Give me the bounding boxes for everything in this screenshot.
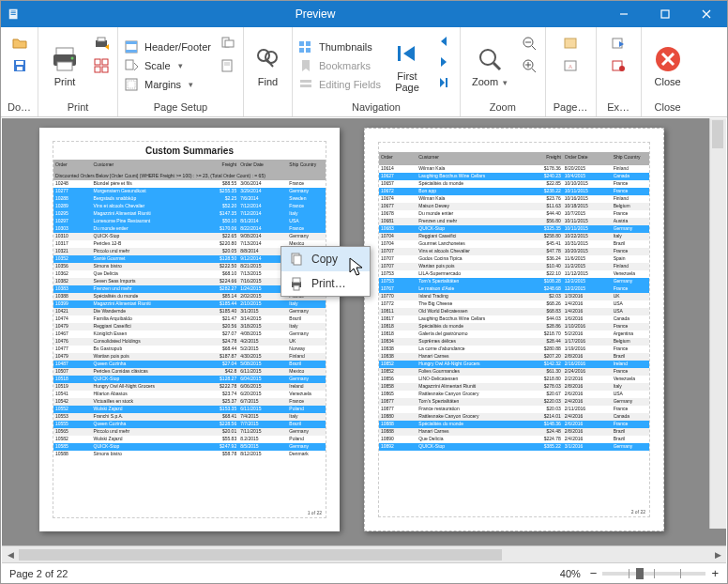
table-row[interactable]: 10541Hilarion Abastos$23.746/20/2015Vene… xyxy=(53,391,326,398)
table-row[interactable]: 10552Wolski Zajazd$153.356/11/2015Poland xyxy=(53,406,326,413)
horizontal-scrollbar[interactable]: ◀ ▶ xyxy=(2,546,726,562)
table-row[interactable]: 10834Suprêmes délices$28.441/17/2016Belg… xyxy=(379,338,649,346)
table-row[interactable]: 10627Laughing Bacchus Wine Cellars$240.2… xyxy=(379,173,649,180)
table-row[interactable]: 10678Du monde entier$44.4010/7/2015Franc… xyxy=(379,210,649,218)
table-row[interactable]: 10519Hungry Owl All-Night Grocers$222.78… xyxy=(53,383,326,391)
watermark-button[interactable]: A xyxy=(560,55,581,76)
table-row[interactable]: 10477Bs Gastropub$68.445/2/2015Norway xyxy=(53,346,326,353)
zoom-out-icon[interactable]: − xyxy=(590,566,598,580)
table-row[interactable]: 10838Hanari Carnes$207.202/8/2016Brazil xyxy=(379,353,649,361)
zoom-button[interactable]: Zoom ▾ xyxy=(466,40,513,91)
margins-button[interactable]: Margins▾ xyxy=(124,77,211,92)
table-row[interactable]: 10289Vins et alcools Chevalier$52.207/12… xyxy=(53,203,326,210)
save-button[interactable] xyxy=(9,55,30,76)
table-row[interactable]: 10657Spécialités du monde$22.8510/10/201… xyxy=(379,180,649,188)
table-row[interactable]: 10817Laughing Bacchus Wine Cellars$44.03… xyxy=(379,315,649,323)
page-color-button[interactable] xyxy=(560,33,581,54)
quick-print-button[interactable] xyxy=(91,33,112,54)
table-row[interactable]: 10858Magazzini Alimentari Riuniti$278.03… xyxy=(379,383,649,391)
table-row[interactable]: 10674Wilman Kala$23.7610/16/2015Finland xyxy=(379,195,649,203)
table-row[interactable]: 10303Du monde entier$170.068/22/2014Fran… xyxy=(53,225,326,233)
table-row[interactable]: 10704Reggiani Caseifici$258.8010/22/2015… xyxy=(379,233,649,240)
export-pdf-button[interactable] xyxy=(608,55,629,76)
table-row[interactable]: 10399Magazzini Alimentari Riuniti$185.44… xyxy=(53,300,326,308)
next-page-button[interactable] xyxy=(433,55,454,76)
table-row[interactable]: 10856LINO-Delicatessen$218.802/2/2016Ven… xyxy=(379,376,649,383)
find-button[interactable]: Find xyxy=(247,40,288,91)
scroll-left-button[interactable]: ◀ xyxy=(2,546,19,563)
maximize-button[interactable] xyxy=(645,1,686,27)
header-footer-button[interactable]: Header/Footer xyxy=(124,39,211,54)
table-row[interactable]: 10582Wolski Zajazd$55.838.2/2015Poland xyxy=(53,436,326,443)
table-row[interactable]: 10888Spécialités du monde$148.362/6/2016… xyxy=(379,421,649,428)
table-row[interactable]: 10681Frenzen und mehr$56.8010/11/2015Aus… xyxy=(379,218,649,225)
orientation-button[interactable] xyxy=(217,33,237,54)
table-row[interactable]: 10555Queen Cozinha$228.567/7/2015Brazil xyxy=(53,421,326,428)
table-row[interactable]: 10542Victuailles en stock$25.376/7/2015F… xyxy=(53,398,326,406)
thumbnails-button[interactable]: Thumbnails xyxy=(298,39,381,54)
table-row[interactable]: 10614Wilman Kala$178.368/20/2015Finland xyxy=(379,165,649,173)
table-row[interactable]: 10487Queen Cozinha$27.045/08/2015Brazil xyxy=(53,361,326,368)
table-row[interactable]: 10753Tom's Spezialitäten$108.2812/2/2015… xyxy=(379,278,649,285)
zoom-out-button[interactable] xyxy=(519,33,539,54)
size-button[interactable] xyxy=(217,55,237,76)
table-row[interactable]: 10295Magazzini Alimentari Riuniti$147.35… xyxy=(53,210,326,218)
table-row[interactable]: 10588Simons bistro$58.788/12/2015Denmark xyxy=(53,451,326,458)
table-row[interactable]: 10877Tom's Spezialitäten$220.032/4/2016G… xyxy=(379,398,649,406)
close-button[interactable]: Close xyxy=(647,40,689,91)
table-row[interactable]: 10683QUICK-Stop$325.3510/11/2015Germany xyxy=(379,225,649,233)
table-row[interactable]: 10277Morgenstern Gesundkost$255.353/29/2… xyxy=(53,188,326,195)
table-row[interactable]: 10852Folies Gourmandes$61.302/24/2016Fra… xyxy=(379,368,649,376)
table-row[interactable]: 10877France restauration$20.032/11/2016F… xyxy=(379,406,649,413)
close-window-button[interactable] xyxy=(686,1,727,27)
prev-page-button[interactable] xyxy=(433,35,454,55)
print-options-button[interactable] xyxy=(91,55,112,76)
table-row[interactable]: 10865Rattlesnake Canyon Grocery$20.672/6… xyxy=(379,391,649,398)
preview-canvas[interactable]: Custom Summaries Order Customer Freight … xyxy=(2,118,726,546)
table-row[interactable]: 10310QUICK-Stop$22.659/08/2014Germany xyxy=(53,233,326,240)
table-row[interactable]: 10707Wartian pois pois$10.4011/2/2015Fin… xyxy=(379,263,649,270)
table-row[interactable]: 10852Hungry Owl All-Night Grocers$142.32… xyxy=(379,361,649,368)
table-row[interactable]: 10770Island Trading$2.031/3/2016UK xyxy=(379,293,649,300)
table-row[interactable]: 10672Bon app$238.2210/11/2015France xyxy=(379,188,649,195)
table-row[interactable]: 10474Familia Arquibaldo$21.473/14/2015Br… xyxy=(53,315,326,323)
zoom-in-button[interactable] xyxy=(519,55,539,76)
table-row[interactable]: 10707Vins et alcools Chevalier$47.7810/2… xyxy=(379,248,649,255)
table-row[interactable]: 10467Königlich Essen$27.074/08/2015Germa… xyxy=(53,330,326,338)
table-row[interactable]: 10892QUICK-Stop$385.223/1/2016Germany xyxy=(379,443,649,451)
export-button[interactable] xyxy=(608,33,629,54)
scroll-right-button[interactable]: ▶ xyxy=(709,546,726,563)
minimize-button[interactable] xyxy=(603,1,645,27)
table-row[interactable]: 10479Reggiani Caseifici$20.563/18/2015It… xyxy=(53,323,326,330)
table-row[interactable]: 10811Old World Delicatessen$68.831/4/201… xyxy=(379,308,649,315)
table-row[interactable]: 10479Wartian pois pois$187.874/30/2015Fi… xyxy=(53,353,326,361)
first-page-button[interactable]: First Page xyxy=(387,35,428,97)
print-button[interactable]: Print xyxy=(44,40,85,91)
table-row[interactable]: 10476Consolidated Holdings$24.784/2/2015… xyxy=(53,338,326,346)
table-row[interactable]: 10772The Big Cheese$68.261/4/2016USA xyxy=(379,300,649,308)
table-row[interactable]: 10888Hanari Carnes$24.482/8/2016Brazil xyxy=(379,428,649,436)
table-row[interactable]: 10518QUICK-Stop$128.276/04/2015Germany xyxy=(53,376,326,383)
zoom-in-icon[interactable]: + xyxy=(711,566,719,580)
table-row[interactable]: 10677Maison Dewey$11.6310/18/2015Belgium xyxy=(379,203,649,210)
open-button[interactable] xyxy=(9,33,30,54)
table-row[interactable]: 10753LILA-Supermercado$22.1011/12/2015Ve… xyxy=(379,270,649,278)
table-row[interactable]: 10565Piccolo und mehr$20.017/11/2015Germ… xyxy=(53,428,326,436)
vertical-scrollbar[interactable] xyxy=(709,118,726,529)
table-row[interactable]: 10890Que Delícia$224.782/4/2016Brazil xyxy=(379,436,649,443)
table-row[interactable]: 10838La corne d'abondance$280.881/19/201… xyxy=(379,346,649,353)
table-row[interactable]: 10421Die Wandernde$185.403/1/2015Germany xyxy=(53,308,326,315)
page-2[interactable]: Order Customer Freight Order Date Ship C… xyxy=(364,128,664,531)
table-row[interactable]: 10880Rattlesnake Canyon Grocery$214.012/… xyxy=(379,413,649,421)
table-row[interactable]: 10507Pericles Comidas clásicas$42.86/11/… xyxy=(53,368,326,376)
last-page-button[interactable] xyxy=(433,76,454,97)
table-row[interactable]: 10297Lonesome Pine Restaurant$50.108/1/2… xyxy=(53,218,326,225)
zoom-slider[interactable]: − + xyxy=(590,566,719,580)
table-row[interactable]: 10707Godos Cocina Tipica$36.2411/6/2015S… xyxy=(379,255,649,263)
scale-button[interactable]: Scale▾ xyxy=(124,58,211,73)
table-row[interactable]: 10818Spécialités du monde$28.861/10/2016… xyxy=(379,323,649,330)
table-row[interactable]: 10585QUICK-Stop$247.928/5/2015Germany xyxy=(53,443,326,451)
page-1[interactable]: Custom Summaries Order Customer Freight … xyxy=(39,128,340,531)
table-row[interactable]: 10818Galería del gastrónomo$218.705/2/20… xyxy=(379,330,649,338)
table-row[interactable]: 10704Gourmet Lanchonetes$45.4110/31/2015… xyxy=(379,240,649,248)
